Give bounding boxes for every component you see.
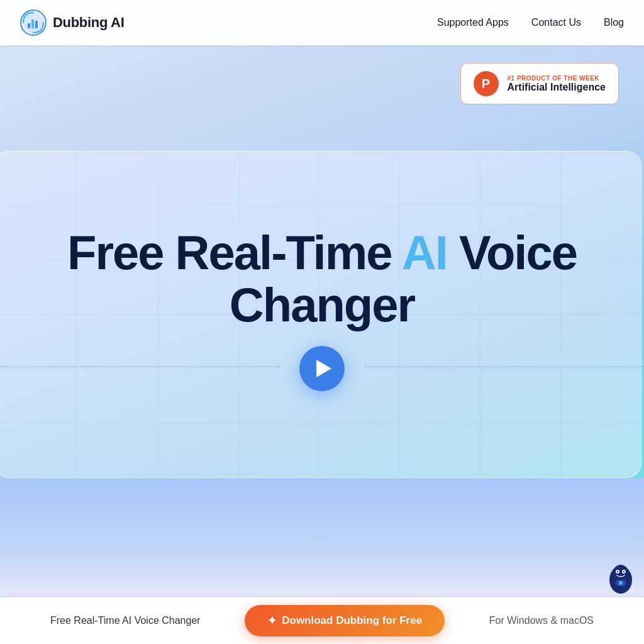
svg-point-22	[613, 565, 628, 580]
navbar: Dubbing AI Supported Apps Contact Us Blo…	[0, 0, 644, 45]
play-button[interactable]	[299, 346, 345, 391]
lower-background	[0, 478, 644, 597]
headline-text-part1: Free Real-Time	[67, 226, 402, 279]
headline-ai: AI	[402, 226, 447, 279]
ph-title: Artificial Intelligence	[508, 82, 606, 93]
mascot-icon	[605, 561, 636, 597]
nav-contact-us[interactable]: Contact Us	[531, 17, 581, 28]
nav-blog[interactable]: Blog	[604, 17, 624, 28]
dotted-line-right	[364, 366, 644, 367]
svg-point-30	[619, 581, 623, 585]
svg-rect-2	[28, 23, 30, 28]
logo-text: Dubbing AI	[53, 14, 125, 31]
nav-links: Supported Apps Contact Us Blog	[437, 17, 624, 28]
dotted-line-left	[0, 366, 280, 367]
hero-headline: Free Real-Time AI Voice Changer	[0, 225, 644, 330]
ph-icon: P	[474, 71, 499, 96]
nav-supported-apps[interactable]: Supported Apps	[437, 17, 509, 28]
ph-text: #1 PRODUCT OF THE WEEK Artificial Intell…	[508, 75, 606, 93]
svg-rect-4	[35, 21, 38, 28]
svg-rect-28	[626, 569, 629, 574]
svg-rect-3	[31, 19, 34, 28]
ph-subtitle: #1 PRODUCT OF THE WEEK	[508, 75, 606, 82]
bottom-bar: Free Real-Time AI Voice Changer ✦ Downlo…	[0, 597, 644, 644]
sparkle-icon: ✦	[267, 614, 277, 628]
logo-area[interactable]: Dubbing AI	[20, 9, 125, 36]
download-button-label: Download Dubbing for Free	[282, 614, 422, 627]
bottom-platform: For Windows & macOS	[489, 615, 594, 626]
product-hunt-badge[interactable]: P #1 PRODUCT OF THE WEEK Artificial Inte…	[460, 63, 619, 104]
download-button[interactable]: ✦ Download Dubbing for Free	[245, 605, 445, 636]
dubbing-ai-logo-icon	[20, 9, 47, 36]
bottom-tagline: Free Real-Time AI Voice Changer	[50, 615, 201, 626]
svg-point-25	[617, 571, 619, 573]
play-button-wrapper	[299, 346, 345, 391]
svg-point-26	[623, 571, 625, 573]
svg-rect-27	[613, 569, 615, 574]
